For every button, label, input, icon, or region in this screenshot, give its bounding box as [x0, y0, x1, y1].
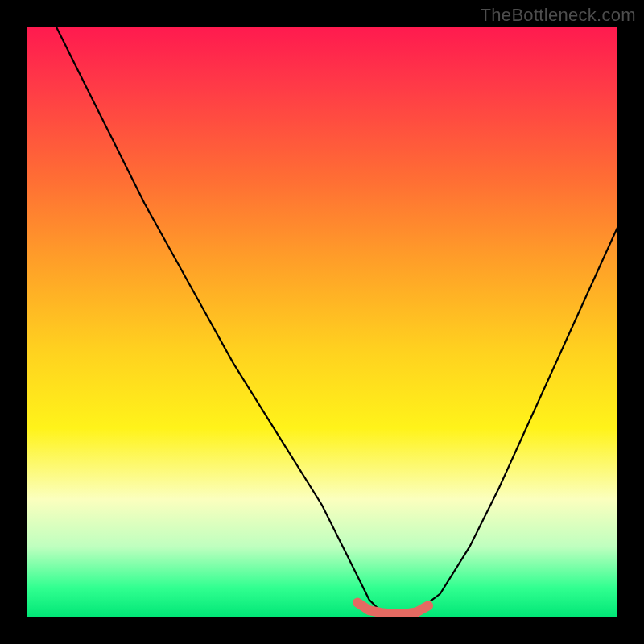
plot-area [27, 27, 617, 617]
bottleneck-curve [56, 27, 617, 614]
watermark-text: TheBottleneck.com [481, 5, 636, 26]
curve-layer [27, 27, 617, 617]
chart-frame: TheBottleneck.com [0, 0, 644, 644]
sweet-spot-band [357, 603, 428, 614]
